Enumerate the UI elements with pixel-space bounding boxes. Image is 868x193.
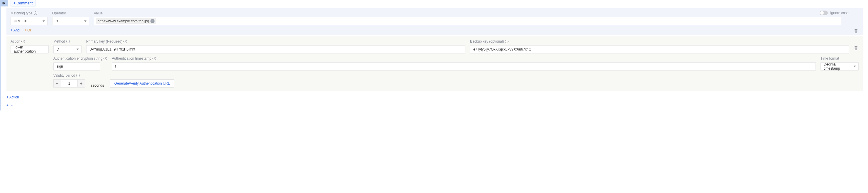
validity-period-unit: seconds bbox=[91, 83, 104, 87]
value-chip-text: https://www.example.com/foo.jpg bbox=[98, 19, 149, 23]
method-field: Method D bbox=[53, 39, 82, 53]
if-badge: IF bbox=[0, 0, 8, 6]
info-icon[interactable] bbox=[123, 40, 127, 43]
comment-label: Comment bbox=[17, 1, 33, 5]
auth-timestamp-field: Authentication timestamp t bbox=[112, 56, 816, 71]
value-field: Value https://www.example.com/foo.jpg ✕ bbox=[94, 11, 841, 25]
chevron-down-icon bbox=[854, 66, 856, 67]
info-icon[interactable] bbox=[66, 40, 70, 43]
matching-type-field: Matching type URL Full bbox=[10, 11, 48, 25]
add-and-button[interactable]: + And bbox=[10, 28, 20, 32]
auth-timestamp-input[interactable]: t bbox=[112, 62, 816, 71]
info-icon[interactable] bbox=[22, 40, 25, 43]
footer-links: + Action + IF bbox=[6, 95, 868, 108]
delete-condition-button[interactable] bbox=[853, 28, 859, 34]
auth-enc-string-value: sign bbox=[57, 64, 63, 68]
trash-icon bbox=[853, 45, 859, 51]
ignore-case-label: Ignore case bbox=[830, 11, 849, 15]
generate-verify-url-button[interactable]: Generate/Verify Authentication URL bbox=[110, 79, 174, 87]
and-or-row: + And + Or bbox=[10, 28, 859, 32]
add-action-button[interactable]: + Action bbox=[6, 95, 868, 99]
matching-type-label: Matching type bbox=[10, 11, 33, 15]
ignore-case-wrap: Ignore case bbox=[819, 10, 849, 15]
primary-key-field: Primary key (Required) DvYmqE81E1F9R791H… bbox=[86, 39, 465, 53]
auth-timestamp-value: t bbox=[115, 64, 116, 68]
primary-key-value: DvYmqE81E1F9R791H6lmht bbox=[89, 47, 135, 51]
auth-timestamp-label: Authentication timestamp bbox=[112, 56, 151, 60]
action-label: Action bbox=[10, 39, 20, 44]
rule-header: IF + Comment bbox=[0, 0, 868, 6]
plus-icon: + bbox=[13, 1, 16, 5]
stepper-decrement-button[interactable]: − bbox=[53, 79, 61, 87]
value-label: Value bbox=[94, 11, 103, 15]
backup-key-value: e7Tyty6ijy7OxXKqckuxV7XXiu67x4G bbox=[473, 47, 531, 51]
validity-period-label: Validity period bbox=[53, 74, 75, 78]
chip-remove-button[interactable]: ✕ bbox=[150, 19, 155, 23]
value-input[interactable]: https://www.example.com/foo.jpg ✕ bbox=[94, 17, 841, 25]
stepper-increment-button[interactable]: + bbox=[78, 79, 85, 87]
matching-type-value: URL Full bbox=[14, 19, 27, 23]
backup-key-field: Backup key (optional) e7Tyty6ijy7OxXKqck… bbox=[470, 39, 849, 53]
operator-label: Operator bbox=[52, 11, 66, 15]
backup-key-label: Backup key (optional) bbox=[470, 39, 504, 44]
add-or-button[interactable]: + Or bbox=[24, 28, 31, 32]
info-icon[interactable] bbox=[103, 57, 107, 60]
backup-key-input[interactable]: e7Tyty6ijy7OxXKqckuxV7XXiu67x4G bbox=[470, 45, 849, 53]
primary-key-input[interactable]: DvYmqE81E1F9R791H6lmht bbox=[86, 45, 465, 53]
info-icon[interactable] bbox=[76, 74, 80, 77]
auth-enc-string-label: Authentication encryption string bbox=[53, 56, 102, 60]
delete-action-button[interactable] bbox=[853, 45, 859, 51]
auth-enc-string-field: Authentication encryption string sign bbox=[53, 56, 107, 71]
info-icon[interactable] bbox=[153, 57, 156, 60]
chevron-down-icon bbox=[42, 21, 45, 22]
operator-value: Is bbox=[55, 19, 58, 23]
ignore-case-toggle[interactable] bbox=[819, 10, 828, 15]
add-if-button[interactable]: + IF bbox=[6, 103, 868, 108]
validity-period-field: Validity period − 1 + bbox=[53, 74, 85, 87]
trash-icon bbox=[853, 28, 859, 34]
comment-button[interactable]: + Comment bbox=[10, 0, 36, 6]
method-value: D bbox=[57, 47, 59, 51]
validity-period-value[interactable]: 1 bbox=[61, 79, 78, 87]
auth-enc-string-input[interactable]: sign bbox=[53, 62, 100, 71]
time-format-select[interactable]: Decimal timestamp bbox=[820, 62, 859, 71]
time-format-field: Time format Decimal timestamp bbox=[820, 56, 859, 71]
chevron-down-icon bbox=[84, 21, 87, 22]
operator-field: Operator Is bbox=[52, 11, 89, 25]
action-value: Token authentication bbox=[14, 45, 41, 53]
primary-key-label: Primary key (Required) bbox=[86, 39, 122, 44]
chevron-down-icon bbox=[76, 49, 79, 50]
value-chip: https://www.example.com/foo.jpg ✕ bbox=[96, 18, 156, 24]
action-panel: Action Token authentication Method D bbox=[6, 36, 863, 91]
info-icon[interactable] bbox=[34, 11, 37, 15]
method-label: Method bbox=[53, 39, 65, 44]
operator-select[interactable]: Is bbox=[52, 17, 89, 25]
condition-panel: Ignore case Matching type URL Full Opera… bbox=[6, 8, 863, 35]
validity-period-stepper: − 1 + bbox=[53, 79, 85, 87]
matching-type-select[interactable]: URL Full bbox=[10, 17, 48, 25]
info-icon[interactable] bbox=[505, 40, 508, 43]
action-field: Action Token authentication bbox=[10, 39, 49, 53]
method-select[interactable]: D bbox=[53, 45, 82, 53]
time-format-label: Time format bbox=[820, 56, 839, 60]
time-format-value: Decimal timestamp bbox=[824, 62, 851, 71]
action-select[interactable]: Token authentication bbox=[10, 45, 49, 53]
